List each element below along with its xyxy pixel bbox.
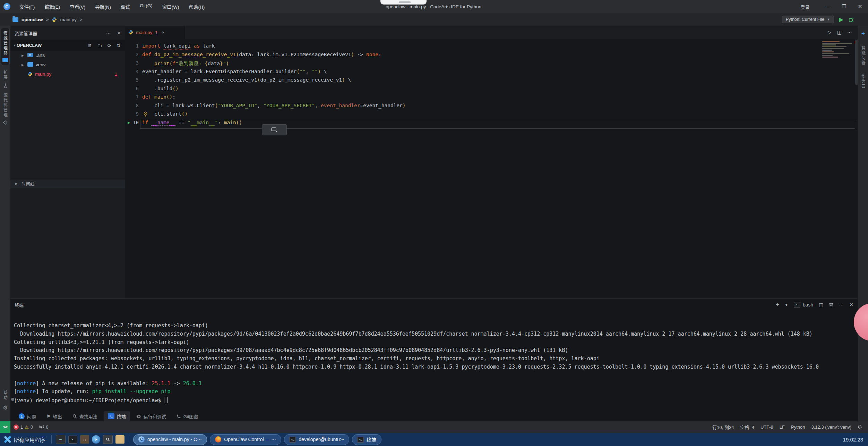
- taskbar-window-developer@ubuntu:~[interactable]: >_developer@ubuntu:~: [284, 434, 349, 445]
- terminal-cursor: [164, 397, 168, 403]
- panel-tab-输出[interactable]: ⚑输出: [42, 411, 66, 421]
- minimap[interactable]: [822, 40, 854, 58]
- kill-terminal-icon[interactable]: [829, 302, 833, 308]
- bell-icon[interactable]: [857, 424, 862, 430]
- panel-more-icon[interactable]: ⋯: [839, 302, 844, 308]
- shell-tab[interactable]: >_ bash: [794, 302, 813, 308]
- debug-button[interactable]: [848, 17, 854, 23]
- panel-tab-运行和调试[interactable]: 运行和调试: [132, 411, 170, 421]
- activity-help-label[interactable]: 帮助: [2, 390, 8, 400]
- ports-status[interactable]: 0: [36, 424, 51, 430]
- status-item[interactable]: 行10, 列34: [709, 424, 737, 430]
- activity-item-扩展[interactable]: 扩展: [0, 70, 10, 88]
- new-file-icon[interactable]: 🗎: [87, 43, 92, 48]
- keyboard-launcher-icon[interactable]: ▪▪▪: [56, 435, 66, 444]
- remote-indicator[interactable]: ><: [0, 421, 10, 433]
- file-tree: ▶⚙.arts▶venvmain.py1: [10, 51, 125, 79]
- code-line-2[interactable]: 2def do_p2_im_message_receive_v1(data: l…: [125, 50, 853, 59]
- run-file-icon[interactable]: ▷: [828, 30, 832, 35]
- browser-launcher-icon[interactable]: ➤: [92, 435, 100, 444]
- code-line-7[interactable]: 7def main():: [125, 93, 853, 101]
- breadcrumb[interactable]: openclaw > main.py >: [12, 17, 83, 22]
- timeline-section[interactable]: ▶时间线: [10, 179, 125, 188]
- problems-status[interactable]: ✕ 1 ⚠ 0: [10, 424, 36, 430]
- panel-tab-终端[interactable]: >_终端: [104, 411, 130, 421]
- code-editor[interactable]: 1import lark_oapi as lark2def do_p2_im_m…: [125, 39, 868, 298]
- tree-item-.arts[interactable]: ▶⚙.arts: [10, 51, 125, 60]
- codearts-logo-icon: C: [3, 3, 10, 10]
- error-icon: ✕: [14, 424, 19, 430]
- status-item[interactable]: 空格: 4: [737, 424, 757, 430]
- run-button[interactable]: ▶: [839, 16, 843, 23]
- inline-hint[interactable]: [262, 124, 287, 135]
- login-button[interactable]: 登录: [801, 3, 810, 10]
- close-panel-icon[interactable]: ✕: [849, 302, 853, 308]
- menu-文件(F)[interactable]: 文件(F): [15, 2, 40, 11]
- menu-Git(G)[interactable]: Git(G): [135, 2, 157, 11]
- tree-item-venv[interactable]: ▶venv: [10, 60, 125, 69]
- new-folder-icon[interactable]: 🗀: [97, 43, 102, 48]
- tab-main-py[interactable]: main.py 1 ×: [125, 26, 185, 39]
- aux-item-智能问答[interactable]: 智能问答: [860, 46, 866, 65]
- more-actions-icon[interactable]: ⋯: [106, 31, 111, 36]
- code-line-9[interactable]: 9 cli.start(): [125, 110, 853, 118]
- status-item[interactable]: Python: [788, 424, 808, 430]
- taskbar-window-终端[interactable]: >_终端: [352, 434, 381, 445]
- activity-item-资源管理器[interactable]: 资源管理器: [1, 28, 10, 65]
- terminal-dropdown-icon[interactable]: ▼: [785, 303, 788, 307]
- code-line-10[interactable]: ▶10if __name__ == "__main__": main(): [125, 118, 853, 127]
- assistant-icon[interactable]: ✦: [861, 31, 866, 37]
- home-folder-launcher-icon[interactable]: ⌂: [80, 435, 89, 444]
- files-launcher-icon[interactable]: [115, 435, 124, 444]
- explorer-section-header[interactable]: ▼ OPENCLAW 🗎 🗀 ⟳ ⇅: [10, 40, 125, 51]
- diamond-icon: [3, 120, 8, 125]
- code-line-4[interactable]: 4event_handler = lark.EventDispatcherHan…: [125, 67, 853, 76]
- search-launcher-icon[interactable]: [103, 435, 113, 444]
- status-item[interactable]: LF: [776, 424, 788, 430]
- tree-item-main.py[interactable]: main.py1: [10, 69, 125, 79]
- activity-item-源代码管理[interactable]: 源代码管理: [0, 93, 10, 125]
- menu-bar: 文件(F)编辑(E)查看(V)导航(N)调试Git(G)窗口(W)帮助(H): [15, 2, 209, 11]
- project-folder-icon: [12, 17, 18, 22]
- panel-tab-问题[interactable]: 1问题: [15, 411, 40, 421]
- panel-tab-Git图谱[interactable]: Git图谱: [172, 411, 203, 421]
- code-line-1[interactable]: 1import lark_oapi as lark: [125, 42, 853, 50]
- taskbar-window-OpenClaw Control — ⋯[interactable]: OpenClaw Control — ⋯: [210, 434, 281, 445]
- collapse-all-icon[interactable]: ⇅: [117, 43, 121, 48]
- flag-icon: ⚑: [46, 414, 51, 419]
- interpreter-selector[interactable]: Python: Current File ▼: [782, 16, 834, 23]
- menu-编辑(E)[interactable]: 编辑(E): [40, 2, 65, 11]
- gear-icon[interactable]: ⚙: [3, 404, 8, 411]
- close-sidebar-icon[interactable]: ✕: [117, 31, 121, 36]
- taskbar: 所有应用程序 ▪▪▪ >_ ⌂ ➤ Copenclaw - main.py - …: [0, 433, 868, 446]
- code-line-6[interactable]: 6 .build(): [125, 84, 853, 93]
- menu-导航(N)[interactable]: 导航(N): [90, 2, 116, 11]
- code-line-3[interactable]: 3 print(f"收到消息: {data}"): [125, 59, 853, 67]
- applications-menu-button[interactable]: 所有应用程序: [0, 436, 49, 443]
- panel-tab-bar: 1问题⚑输出查找用法>_终端运行和调试Git图谱: [10, 411, 862, 422]
- menu-调试[interactable]: 调试: [116, 2, 135, 11]
- close-button[interactable]: ✕: [852, 3, 868, 10]
- editor-more-icon[interactable]: ⋯: [847, 30, 852, 35]
- menu-查看(V)[interactable]: 查看(V): [65, 2, 90, 11]
- refresh-icon[interactable]: ⟳: [108, 43, 112, 48]
- menu-帮助(H)[interactable]: 帮助(H): [184, 2, 209, 11]
- panel-tab-查找用法[interactable]: 查找用法: [68, 411, 102, 421]
- status-item[interactable]: UTF-8: [757, 424, 776, 430]
- terminal-output[interactable]: Collecting charset_normalizer<4,>=2 (fro…: [10, 313, 858, 412]
- code-line-8[interactable]: 8 cli = lark.ws.Client("YOUR_APP_ID", "Y…: [125, 101, 853, 110]
- config-folder-icon: ⚙: [27, 53, 33, 58]
- aux-item-华为云[interactable]: 华为云: [860, 74, 866, 89]
- split-terminal-icon[interactable]: ◫: [819, 302, 823, 308]
- warning-icon: ⚠: [25, 424, 29, 430]
- taskbar-window-openclaw - main.py - C⋯[interactable]: Copenclaw - main.py - C⋯: [133, 434, 207, 445]
- close-tab-icon[interactable]: ×: [162, 30, 165, 35]
- status-item[interactable]: 3.12.3 ('venv': venv): [808, 424, 854, 430]
- menu-窗口(W)[interactable]: 窗口(W): [157, 2, 184, 11]
- code-line-5[interactable]: 5 .register_p2_im_message_receive_v1(do_…: [125, 76, 853, 84]
- terminal-launcher-icon[interactable]: >_: [68, 436, 77, 444]
- maximize-button[interactable]: ❐: [836, 3, 852, 10]
- new-terminal-icon[interactable]: +: [776, 301, 779, 308]
- minimize-button[interactable]: ─: [820, 4, 836, 10]
- split-editor-icon[interactable]: ◫: [837, 30, 842, 35]
